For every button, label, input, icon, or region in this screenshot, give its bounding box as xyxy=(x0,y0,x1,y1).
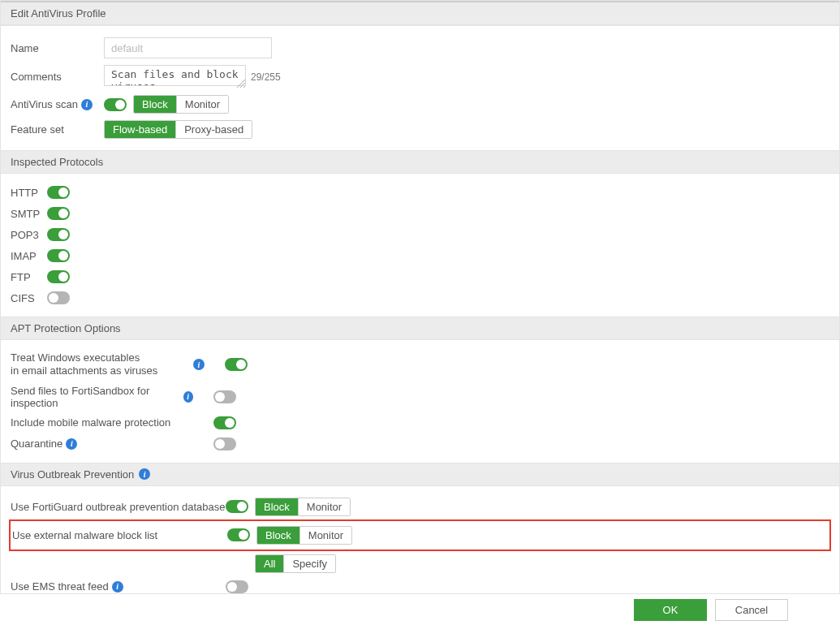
treat-win-label: Treat Windows executables in email attac… xyxy=(11,351,193,378)
fg-label: Use FortiGuard outbreak prevention datab… xyxy=(11,501,226,513)
fortisandbox-label: Send files to FortiSandbox for inspectio… xyxy=(11,385,193,409)
ext-toggle[interactable] xyxy=(227,528,250,541)
ext-sub-segment[interactable]: All Specify xyxy=(255,554,336,573)
ext-malware-highlight: Use external malware block list Block Mo… xyxy=(9,519,831,551)
protocol-label: IMAP xyxy=(11,250,47,262)
fortisandbox-toggle[interactable] xyxy=(213,390,236,403)
ext-segment[interactable]: Block Monitor xyxy=(256,526,352,545)
comments-label: Comments xyxy=(11,71,104,83)
avscan-segment[interactable]: Block Monitor xyxy=(133,95,229,114)
ext-monitor-button[interactable]: Monitor xyxy=(300,527,351,544)
mobile-toggle[interactable] xyxy=(213,416,236,429)
protocol-label: HTTP xyxy=(11,187,47,199)
avscan-block-button[interactable]: Block xyxy=(134,96,177,113)
name-input[interactable] xyxy=(104,37,272,58)
fg-segment[interactable]: Block Monitor xyxy=(255,498,351,516)
cancel-button[interactable]: Cancel xyxy=(715,599,788,621)
info-icon[interactable]: i xyxy=(183,391,194,403)
panel-title: Edit AntiVirus Profile xyxy=(1,2,839,25)
ext-specify-button[interactable]: Specify xyxy=(284,555,335,572)
ext-all-button[interactable]: All xyxy=(256,555,284,572)
fg-block-button[interactable]: Block xyxy=(256,498,299,515)
ext-label: Use external malware block list xyxy=(12,529,227,541)
protocol-label: SMTP xyxy=(11,208,47,220)
protocol-toggle[interactable] xyxy=(47,207,70,220)
featureset-flow-button[interactable]: Flow-based xyxy=(105,121,176,138)
info-icon[interactable]: i xyxy=(81,99,93,110)
comments-textarea[interactable] xyxy=(104,65,246,86)
protocol-toggle[interactable] xyxy=(47,186,70,199)
protocol-toggle[interactable] xyxy=(47,270,70,283)
quarantine-label: Quarantine i xyxy=(11,438,193,450)
fg-toggle[interactable] xyxy=(226,500,248,513)
protocol-label: POP3 xyxy=(11,229,47,241)
info-icon[interactable]: i xyxy=(66,438,77,450)
avscan-toggle[interactable] xyxy=(104,98,127,111)
apt-header: APT Protection Options xyxy=(1,317,839,340)
info-icon[interactable]: i xyxy=(139,468,150,480)
protocol-label: CIFS xyxy=(11,292,47,304)
ems-toggle[interactable] xyxy=(226,580,248,593)
protocols-header: Inspected Protocols xyxy=(1,150,839,174)
info-icon[interactable]: i xyxy=(112,581,123,593)
avscan-monitor-button[interactable]: Monitor xyxy=(177,96,228,113)
ems-label: Use EMS threat feed i xyxy=(11,580,226,593)
comments-counter: 29/255 xyxy=(251,71,281,83)
avscan-label: AntiVirus scan i xyxy=(11,98,104,110)
featureset-segment[interactable]: Flow-based Proxy-based xyxy=(104,120,252,139)
treat-win-toggle[interactable] xyxy=(225,358,248,371)
protocol-toggle[interactable] xyxy=(47,291,70,304)
protocol-label: FTP xyxy=(11,271,47,283)
ok-button[interactable]: OK xyxy=(634,599,707,621)
name-label: Name xyxy=(11,42,104,54)
vop-header: Virus Outbreak Prevention i xyxy=(1,463,839,486)
fg-monitor-button[interactable]: Monitor xyxy=(299,498,350,515)
featureset-label: Feature set xyxy=(11,123,104,136)
mobile-label: Include mobile malware protection xyxy=(11,416,193,429)
protocol-toggle[interactable] xyxy=(47,228,70,241)
protocol-toggle[interactable] xyxy=(47,249,70,262)
featureset-proxy-button[interactable]: Proxy-based xyxy=(176,121,252,138)
protocols-list: HTTPSMTPPOP3IMAPFTPCIFS xyxy=(1,174,839,308)
quarantine-toggle[interactable] xyxy=(213,438,236,450)
info-icon[interactable]: i xyxy=(193,359,205,370)
ext-block-button[interactable]: Block xyxy=(257,527,300,544)
